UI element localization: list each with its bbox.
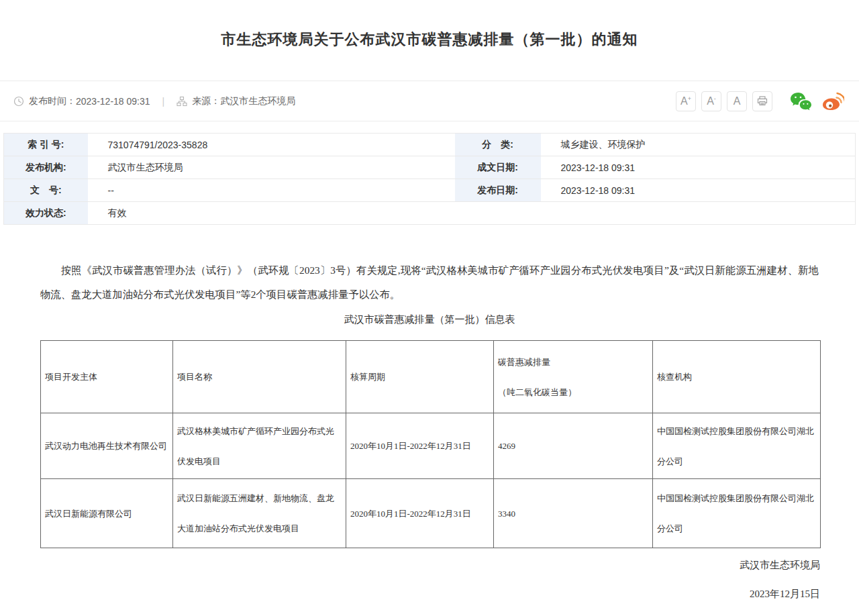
field-label: 成文日期:: [455, 156, 541, 179]
table-row: 武汉日新能源有限公司 武汉日新能源五洲建材、新地物流、盘龙大道加油站分布式光伏发…: [41, 479, 821, 548]
page-title: 市生态环境局关于公布武汉市碳普惠减排量（第一批）的通知: [0, 0, 859, 50]
cell-period: 2020年10月1日-2022年12月31日: [346, 479, 494, 548]
cell-project: 武汉日新能源五洲建材、新地物流、盘龙大道加油站分布式光伏发电项目: [173, 479, 346, 548]
signature-org: 武汉市生态环境局: [0, 559, 820, 572]
meta-bar: 发布时间： 2023-12-18 09:31 | 来源： 武汉市生态环境局 A+…: [0, 81, 859, 121]
source-value: 武汉市生态环境局: [220, 95, 295, 107]
clock-icon: [13, 96, 24, 107]
header-project: 项目名称: [173, 341, 346, 413]
field-label: 发布机构:: [4, 156, 88, 179]
field-value: 城乡建设、环境保护: [541, 134, 856, 156]
source-icon: [176, 96, 187, 107]
wechat-share-icon[interactable]: [790, 92, 812, 111]
publish-time-label: 发布时间：: [29, 95, 76, 107]
data-table-title: 武汉市碳普惠减排量（第一批）信息表: [0, 313, 859, 326]
cell-period: 2020年10月1日-2022年12月31日: [346, 413, 494, 479]
signature-date: 2023年12月15日: [0, 588, 820, 601]
font-decrease-button[interactable]: A-: [701, 91, 721, 111]
publish-info: 发布时间： 2023-12-18 09:31 | 来源： 武汉市生态环境局: [13, 95, 295, 107]
font-reset-button[interactable]: A: [727, 91, 747, 111]
field-value: 2023-12-18 09:31: [541, 156, 856, 179]
cell-verifier: 中国国检测试控股集团股份有限公司湖北分公司: [653, 413, 821, 479]
field-label: 索 引 号:: [4, 134, 88, 156]
article-body: 按照《武汉市碳普惠管理办法（试行）》（武环规〔2023〕3号）有关规定,现将“武…: [40, 258, 819, 307]
header-period: 核算周期: [346, 341, 494, 413]
field-value: --: [88, 179, 455, 202]
emission-data-table: 项目开发主体 项目名称 核算周期 碳普惠减排量 （吨二氧化碳当量） 核查机构 武…: [40, 340, 821, 548]
document-info-table: 索 引 号: 731074791/2023-35828 分 类: 城乡建设、环境…: [3, 133, 856, 225]
header-verifier: 核查机构: [653, 341, 821, 413]
field-label: 分 类:: [455, 134, 541, 156]
separator: |: [162, 96, 165, 107]
cell-verifier: 中国国检测试控股集团股份有限公司湖北分公司: [653, 479, 821, 548]
header-reduction: 碳普惠减排量 （吨二氧化碳当量）: [494, 341, 653, 413]
field-value: 有效: [88, 202, 856, 225]
weibo-share-icon[interactable]: [821, 92, 844, 111]
field-value: 武汉市生态环境局: [88, 156, 455, 179]
table-row: 效力状态: 有效: [4, 202, 856, 225]
cell-project: 武汉格林美城市矿产循环产业园分布式光伏发电项目: [173, 413, 346, 479]
table-row: 发布机构: 武汉市生态环境局 成文日期: 2023-12-18 09:31: [4, 156, 856, 179]
field-value: 2023-12-18 09:31: [541, 179, 856, 202]
publish-time: 2023-12-18 09:31: [76, 96, 150, 107]
field-label: 文 号:: [4, 179, 88, 202]
table-row: 索 引 号: 731074791/2023-35828 分 类: 城乡建设、环境…: [4, 134, 856, 156]
article-paragraph: 按照《武汉市碳普惠管理办法（试行）》（武环规〔2023〕3号）有关规定,现将“武…: [40, 258, 819, 307]
field-label: 发布日期:: [455, 179, 541, 202]
cell-developer: 武汉日新能源有限公司: [41, 479, 173, 548]
font-increase-button[interactable]: A+: [676, 91, 696, 111]
field-value: 731074791/2023-35828: [88, 134, 455, 156]
table-row: 文 号: -- 发布日期: 2023-12-18 09:31: [4, 179, 856, 202]
cell-reduction: 4269: [494, 413, 653, 479]
print-button[interactable]: [752, 91, 772, 111]
toolbar: A+ A- A: [670, 91, 844, 111]
table-header-row: 项目开发主体 项目名称 核算周期 碳普惠减排量 （吨二氧化碳当量） 核查机构: [41, 341, 821, 413]
cell-reduction: 3340: [494, 479, 653, 548]
header-developer: 项目开发主体: [41, 341, 173, 413]
source-label: 来源：: [192, 95, 220, 107]
cell-developer: 武汉动力电池再生技术有限公司: [41, 413, 173, 479]
table-row: 武汉动力电池再生技术有限公司 武汉格林美城市矿产循环产业园分布式光伏发电项目 2…: [41, 413, 821, 479]
field-label: 效力状态:: [4, 202, 88, 225]
